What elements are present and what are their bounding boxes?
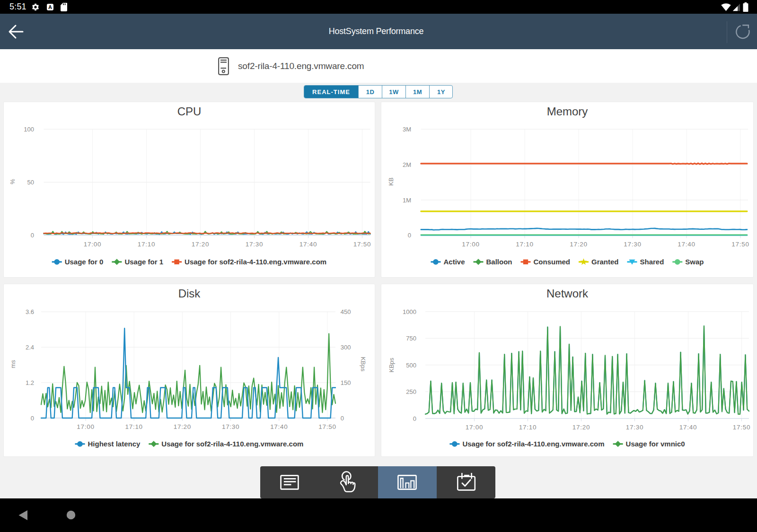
svg-text:500: 500 xyxy=(406,362,416,369)
svg-text:0: 0 xyxy=(31,415,34,422)
svg-text:17:00: 17:00 xyxy=(462,241,479,248)
svg-text:Granted: Granted xyxy=(591,258,619,266)
svg-text:100: 100 xyxy=(24,126,34,133)
svg-text:50: 50 xyxy=(27,179,34,186)
svg-text:Usage for 0: Usage for 0 xyxy=(65,258,104,266)
svg-text:1000: 1000 xyxy=(403,308,416,315)
svg-text:17:40: 17:40 xyxy=(678,241,695,248)
svg-text:17:50: 17:50 xyxy=(318,423,336,430)
svg-text:Shared: Shared xyxy=(640,258,664,266)
svg-text:17:10: 17:10 xyxy=(138,241,155,248)
svg-text:17:10: 17:10 xyxy=(125,423,143,430)
svg-text:0: 0 xyxy=(408,232,411,239)
svg-text:17:10: 17:10 xyxy=(516,241,533,248)
svg-text:KB: KB xyxy=(387,177,395,185)
svg-text:CPU: CPU xyxy=(177,105,202,118)
svg-text:Disk: Disk xyxy=(178,287,201,300)
svg-text:17:30: 17:30 xyxy=(222,423,239,430)
svg-text:750: 750 xyxy=(406,335,416,342)
svg-text:17:50: 17:50 xyxy=(353,241,371,248)
svg-text:17:50: 17:50 xyxy=(731,241,749,248)
svg-text:Consumed: Consumed xyxy=(534,258,571,266)
svg-text:450: 450 xyxy=(341,308,351,315)
svg-text:17:30: 17:30 xyxy=(626,424,643,431)
svg-text:2M: 2M xyxy=(403,161,411,168)
svg-text:Swap: Swap xyxy=(685,258,704,266)
svg-text:17:40: 17:40 xyxy=(270,423,288,430)
svg-text:17:20: 17:20 xyxy=(192,241,209,248)
svg-text:2.4: 2.4 xyxy=(26,344,34,351)
svg-text:Network: Network xyxy=(546,287,589,300)
svg-text:17:00: 17:00 xyxy=(84,241,101,248)
svg-text:0: 0 xyxy=(31,232,34,239)
svg-text:1M: 1M xyxy=(403,197,411,204)
svg-text:17:50: 17:50 xyxy=(733,424,750,431)
svg-text:0: 0 xyxy=(413,415,416,422)
svg-text:Usage for sof2-rila-4-110.eng.: Usage for sof2-rila-4-110.eng.vmware.com xyxy=(161,440,303,448)
svg-text:17:40: 17:40 xyxy=(679,424,697,431)
svg-text:3.6: 3.6 xyxy=(26,308,34,315)
svg-text:1.2: 1.2 xyxy=(26,379,34,386)
svg-text:%: % xyxy=(9,179,16,184)
svg-text:Usage for vmnic0: Usage for vmnic0 xyxy=(626,440,685,448)
svg-text:17:20: 17:20 xyxy=(174,423,191,430)
svg-text:17:30: 17:30 xyxy=(246,241,263,248)
svg-text:Balloon: Balloon xyxy=(486,258,512,266)
svg-text:17:00: 17:00 xyxy=(77,423,94,430)
svg-text:Usage for 1: Usage for 1 xyxy=(124,258,163,266)
svg-text:17:20: 17:20 xyxy=(572,424,590,431)
svg-text:17:30: 17:30 xyxy=(624,241,641,248)
svg-text:ms: ms xyxy=(9,360,17,368)
svg-text:Highest latency: Highest latency xyxy=(88,440,141,448)
svg-text:Usage for sof2-rila-4-110.eng.: Usage for sof2-rila-4-110.eng.vmware.com xyxy=(185,258,326,266)
svg-text:Usage for sof2-rila-4-110.eng.: Usage for sof2-rila-4-110.eng.vmware.com xyxy=(462,440,604,448)
svg-text:KBps: KBps xyxy=(388,358,395,373)
svg-text:Memory: Memory xyxy=(547,105,588,118)
svg-text:3M: 3M xyxy=(403,126,411,133)
svg-text:17:00: 17:00 xyxy=(466,424,483,431)
svg-text:KBps: KBps xyxy=(360,357,367,372)
svg-text:17:20: 17:20 xyxy=(570,241,587,248)
svg-text:17:40: 17:40 xyxy=(299,241,317,248)
svg-text:Active: Active xyxy=(444,258,465,266)
svg-text:300: 300 xyxy=(341,344,351,351)
svg-text:150: 150 xyxy=(341,379,351,386)
svg-text:0: 0 xyxy=(341,415,344,422)
svg-text:250: 250 xyxy=(406,388,416,395)
svg-text:17:10: 17:10 xyxy=(519,424,537,431)
